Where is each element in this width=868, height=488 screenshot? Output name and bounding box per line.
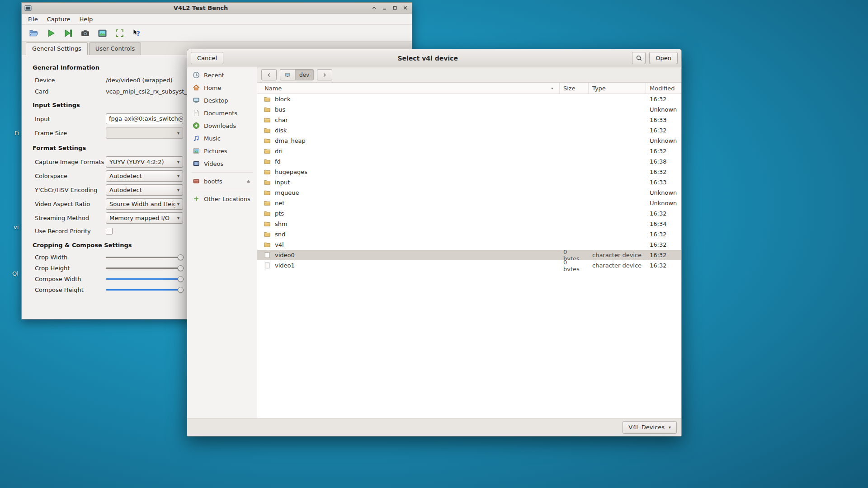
y-cbcr-hsv-encoding-dropdown[interactable]: Autodetect▾: [106, 184, 183, 196]
desktop-icon-label[interactable]: vi: [14, 224, 19, 230]
field-label: Card: [35, 88, 106, 95]
column-header-modified[interactable]: Modified: [646, 83, 681, 94]
file-row-net[interactable]: netUnknown: [257, 198, 681, 208]
use-record-priority-checkbox[interactable]: [106, 228, 113, 235]
path-segment-dev[interactable]: dev: [295, 69, 314, 80]
crop-height-slider[interactable]: [106, 264, 184, 272]
file-row-input[interactable]: input16:33: [257, 177, 681, 188]
show-frames-button[interactable]: [96, 27, 108, 39]
menu-capture[interactable]: Capture: [42, 14, 75, 24]
slider-handle[interactable]: [178, 276, 184, 282]
sidebar-item-desktop[interactable]: Desktop: [187, 94, 257, 107]
file-name-cell: v4l: [257, 239, 560, 250]
sidebar-separator: [191, 172, 253, 173]
slider-fill: [106, 267, 181, 269]
desktop-icon-label[interactable]: Fi: [14, 130, 19, 136]
sidebar-item-home[interactable]: Home: [187, 81, 257, 94]
file-name: v4l: [275, 241, 284, 248]
compose-width-slider[interactable]: [106, 275, 184, 283]
file-type: [589, 104, 646, 115]
file-row-pts[interactable]: pts16:32: [257, 208, 681, 219]
desktop-icon-label[interactable]: Ql: [12, 270, 19, 277]
file-list[interactable]: block16:32busUnknownchar16:33disk16:32dm…: [257, 94, 681, 418]
capture-image-formats-dropdown[interactable]: YUYV (YUYV 4:2:2)▾: [106, 156, 183, 168]
file-name: net: [275, 200, 284, 206]
close-button[interactable]: [401, 4, 409, 12]
shade-button[interactable]: [370, 4, 378, 12]
maximize-button[interactable]: [391, 4, 399, 12]
shade-icon: [371, 5, 377, 11]
sidebar-item-recent[interactable]: Recent: [187, 69, 257, 81]
file-type: [589, 229, 646, 239]
colorspace-dropdown[interactable]: Autodetect▾: [106, 170, 183, 182]
sidebar-item-pictures[interactable]: Pictures: [187, 145, 257, 157]
column-header-name[interactable]: Name: [257, 83, 560, 94]
tab-general-settings[interactable]: General Settings: [26, 42, 88, 55]
fullscreen-button[interactable]: [113, 27, 126, 39]
file-row-fd[interactable]: fd16:38: [257, 156, 681, 167]
app-titlebar[interactable]: V4L2 Test Bench: [22, 3, 412, 14]
forward-button[interactable]: [317, 69, 332, 80]
open-device-button[interactable]: [28, 27, 40, 39]
cancel-button[interactable]: Cancel: [191, 52, 223, 64]
sidebar-item-downloads[interactable]: Downloads: [187, 119, 257, 132]
file-row-snd[interactable]: snd16:32: [257, 229, 681, 239]
slider-handle[interactable]: [178, 287, 184, 293]
back-button[interactable]: [261, 69, 277, 80]
maximize-icon: [392, 5, 398, 11]
file-row-shm[interactable]: shm16:34: [257, 219, 681, 229]
path-bar: dev: [257, 67, 681, 83]
column-header-size[interactable]: Size: [560, 83, 589, 94]
context-help-icon: [132, 28, 142, 38]
chevron-down-icon: ▾: [177, 216, 179, 221]
file-row-disk[interactable]: disk16:32: [257, 125, 681, 136]
sidebar-item-other-locations[interactable]: Other Locations: [187, 192, 257, 205]
file-row-video1[interactable]: video10 bytescharacter device16:32: [257, 260, 681, 271]
snapshot-button[interactable]: [79, 27, 91, 39]
step-frame-button[interactable]: [62, 27, 74, 39]
slider-handle[interactable]: [178, 254, 184, 260]
file-type-filter[interactable]: V4L Devices ▾: [623, 421, 677, 434]
column-header-type[interactable]: Type: [589, 83, 646, 94]
eject-icon[interactable]: [245, 178, 251, 184]
sidebar-item-music[interactable]: Music: [187, 132, 257, 145]
file-name: bus: [275, 106, 285, 113]
open-button[interactable]: Open: [649, 52, 678, 64]
streaming-method-dropdown[interactable]: Memory mapped I/O▾: [106, 212, 183, 224]
start-capture-button[interactable]: [45, 27, 57, 39]
field-label: Colorspace: [35, 173, 106, 179]
camera-icon: [80, 28, 90, 38]
file-row-block[interactable]: block16:32: [257, 94, 681, 104]
crop-width-slider[interactable]: [106, 253, 184, 261]
sidebar-item-videos[interactable]: Videos: [187, 157, 257, 170]
file-row-video0[interactable]: video00 bytescharacter device16:32: [257, 250, 681, 260]
file-row-mqueue[interactable]: mqueueUnknown: [257, 188, 681, 198]
context-help-button[interactable]: [131, 27, 143, 39]
file-name-cell: dri: [257, 146, 560, 156]
tab-user-controls[interactable]: User Controls: [89, 42, 142, 55]
input-input[interactable]: fpga-axi@0:axis_switch@0: [106, 113, 183, 124]
file-row-dma-heap[interactable]: dma_heapUnknown: [257, 136, 681, 146]
home-icon: [193, 84, 200, 91]
video-aspect-ratio-dropdown[interactable]: Source Width and Height▾: [106, 198, 183, 210]
folder-icon: [264, 231, 271, 238]
compose-height-slider[interactable]: [106, 286, 184, 294]
file-name: hugepages: [275, 169, 307, 175]
file-row-hugepages[interactable]: hugepages16:32: [257, 167, 681, 177]
sidebar-item-bootfs[interactable]: bootfs: [187, 175, 257, 188]
file-row-bus[interactable]: busUnknown: [257, 104, 681, 115]
file-row-v4l[interactable]: v4l16:32: [257, 239, 681, 250]
file-name: snd: [275, 231, 285, 238]
menu-help[interactable]: Help: [75, 14, 97, 24]
search-button[interactable]: [632, 52, 646, 64]
minimize-button[interactable]: [380, 4, 388, 12]
computer-root-button[interactable]: [280, 69, 295, 80]
file-name-cell: hugepages: [257, 167, 560, 177]
menu-file[interactable]: File: [24, 14, 42, 24]
file-row-char[interactable]: char16:33: [257, 115, 681, 125]
column-headers: Name Size Type Modified: [257, 83, 681, 94]
sidebar-item-documents[interactable]: Documents: [187, 107, 257, 119]
slider-handle[interactable]: [178, 265, 184, 271]
file-size: [560, 136, 589, 146]
file-row-dri[interactable]: dri16:32: [257, 146, 681, 156]
